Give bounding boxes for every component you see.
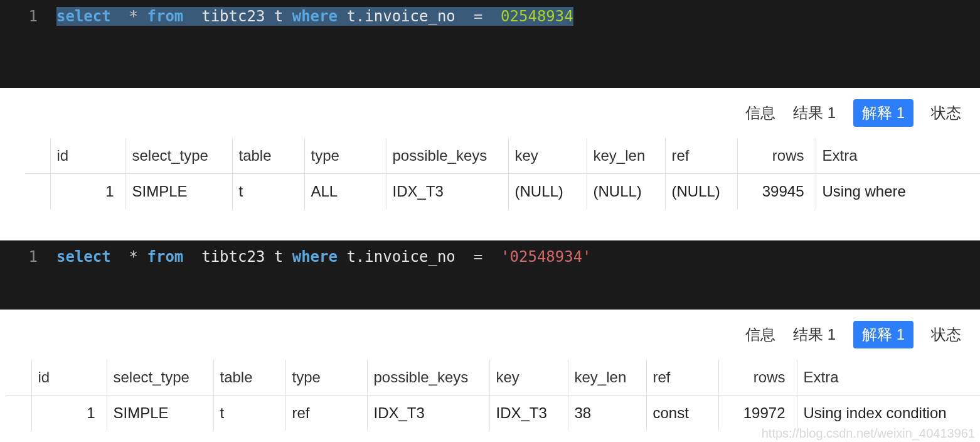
cell-key[interactable]: IDX_T3 <box>489 396 568 431</box>
cell-rows[interactable]: 19972 <box>718 396 797 431</box>
explain-result-table[interactable]: idselect_typetabletypepossible_keyskeyke… <box>25 138 980 209</box>
col-header-type[interactable]: type <box>285 360 367 396</box>
row-handle[interactable] <box>6 396 31 431</box>
tab-3[interactable]: 状态 <box>931 103 961 123</box>
sql-token <box>455 7 474 26</box>
sql-token <box>138 248 147 266</box>
col-header-select_type[interactable]: select_type <box>107 360 213 396</box>
tab-1[interactable]: 结果 1 <box>793 103 836 123</box>
table-row[interactable]: 1SIMPLEtrefIDX_T3IDX_T338const19972Using… <box>6 396 980 431</box>
sql-token: * <box>129 7 138 26</box>
sql-token <box>482 7 501 26</box>
sql-editor[interactable]: 1select * from tibtc23 t where t.invoice… <box>0 0 980 88</box>
row-handle-header <box>6 360 31 396</box>
cell-ref[interactable]: (NULL) <box>665 174 737 210</box>
result-tabs: 信息结果 1解释 1状态 <box>0 88 980 138</box>
query-panel-0: 1select * from tibtc23 t where t.invoice… <box>0 0 980 209</box>
row-handle-header <box>25 138 50 174</box>
col-header-key_len[interactable]: key_len <box>568 360 646 396</box>
col-header-select_type[interactable]: select_type <box>125 138 232 174</box>
cell-id[interactable]: 1 <box>31 396 107 431</box>
result-tabs: 信息结果 1解释 1状态 <box>0 310 980 360</box>
sql-token: from <box>147 7 184 26</box>
col-header-table[interactable]: table <box>232 138 304 174</box>
sql-token: '02548934' <box>501 248 592 266</box>
cell-id[interactable]: 1 <box>50 174 125 210</box>
sql-code-line[interactable]: select * from tibtc23 t where t.invoice_… <box>56 245 592 268</box>
sql-token <box>111 7 129 26</box>
sql-token: where <box>292 248 338 266</box>
tab-0[interactable]: 信息 <box>745 103 775 123</box>
col-header-ref[interactable]: ref <box>665 138 737 174</box>
tab-2[interactable]: 解释 1 <box>853 99 913 127</box>
sql-token: t.invoice_no <box>346 7 455 26</box>
sql-code-line[interactable]: select * from tibtc23 t where t.invoice_… <box>56 5 573 28</box>
sql-token <box>338 248 346 266</box>
sql-token: = <box>474 7 482 26</box>
col-header-possible_keys[interactable]: possible_keys <box>386 138 508 174</box>
sql-token <box>111 248 129 266</box>
cell-table[interactable]: t <box>232 174 304 210</box>
line-number: 1 <box>0 245 56 268</box>
tab-0[interactable]: 信息 <box>745 325 775 345</box>
tab-2[interactable]: 解释 1 <box>853 321 913 348</box>
cell-ref[interactable]: const <box>646 396 718 431</box>
sql-token <box>183 248 201 266</box>
sql-token <box>283 248 292 266</box>
col-header-ref[interactable]: ref <box>646 360 718 396</box>
sql-token <box>138 7 147 26</box>
col-header-key[interactable]: key <box>489 360 568 396</box>
explain-result-table[interactable]: idselect_typetabletypepossible_keyskeyke… <box>6 360 980 431</box>
col-header-id[interactable]: id <box>31 360 107 396</box>
sql-token <box>183 7 201 26</box>
sql-token: tibtc23 t <box>201 7 283 26</box>
sql-token: = <box>474 248 482 266</box>
line-number: 1 <box>0 5 56 28</box>
sql-token: from <box>147 248 184 266</box>
sql-token: * <box>129 248 138 266</box>
tab-3[interactable]: 状态 <box>931 325 961 345</box>
col-header-Extra[interactable]: Extra <box>797 360 980 396</box>
sql-token <box>283 7 292 26</box>
sql-token: select <box>56 7 111 26</box>
cell-rows[interactable]: 39945 <box>737 174 816 210</box>
col-header-possible_keys[interactable]: possible_keys <box>367 360 489 396</box>
query-panel-1: 1select * from tibtc23 t where t.invoice… <box>0 240 980 431</box>
col-header-rows[interactable]: rows <box>718 360 797 396</box>
sql-token: where <box>292 7 338 26</box>
col-header-id[interactable]: id <box>50 138 125 174</box>
cell-select_type[interactable]: SIMPLE <box>125 174 232 210</box>
table-row[interactable]: 1SIMPLEtALLIDX_T3(NULL)(NULL)(NULL)39945… <box>25 174 980 210</box>
cell-possible_keys[interactable]: IDX_T3 <box>386 174 508 210</box>
tab-1[interactable]: 结果 1 <box>793 325 836 345</box>
cell-extra[interactable]: Using index condition <box>797 396 980 431</box>
sql-token <box>455 248 474 266</box>
sql-editor[interactable]: 1select * from tibtc23 t where t.invoice… <box>0 240 980 310</box>
cell-select_type[interactable]: SIMPLE <box>107 396 213 431</box>
cell-type[interactable]: ALL <box>304 174 386 210</box>
watermark-text: https://blog.csdn.net/weixin_40413961 <box>762 426 975 431</box>
cell-possible_keys[interactable]: IDX_T3 <box>367 396 489 431</box>
col-header-Extra[interactable]: Extra <box>816 138 980 174</box>
col-header-table[interactable]: table <box>213 360 285 396</box>
cell-type[interactable]: ref <box>285 396 367 431</box>
sql-token <box>338 7 346 26</box>
cell-key_len[interactable]: 38 <box>568 396 646 431</box>
col-header-key[interactable]: key <box>508 138 587 174</box>
cell-extra[interactable]: Using where <box>816 174 980 210</box>
sql-token: tibtc23 t <box>201 248 283 266</box>
sql-token <box>482 248 501 266</box>
cell-key_len[interactable]: (NULL) <box>587 174 665 210</box>
col-header-key_len[interactable]: key_len <box>587 138 665 174</box>
cell-key[interactable]: (NULL) <box>508 174 587 210</box>
sql-token: select <box>56 248 111 266</box>
cell-table[interactable]: t <box>213 396 285 431</box>
sql-token: 02548934 <box>501 7 573 26</box>
col-header-type[interactable]: type <box>304 138 386 174</box>
col-header-rows[interactable]: rows <box>737 138 816 174</box>
sql-token: t.invoice_no <box>346 248 455 266</box>
row-handle[interactable] <box>25 174 50 210</box>
